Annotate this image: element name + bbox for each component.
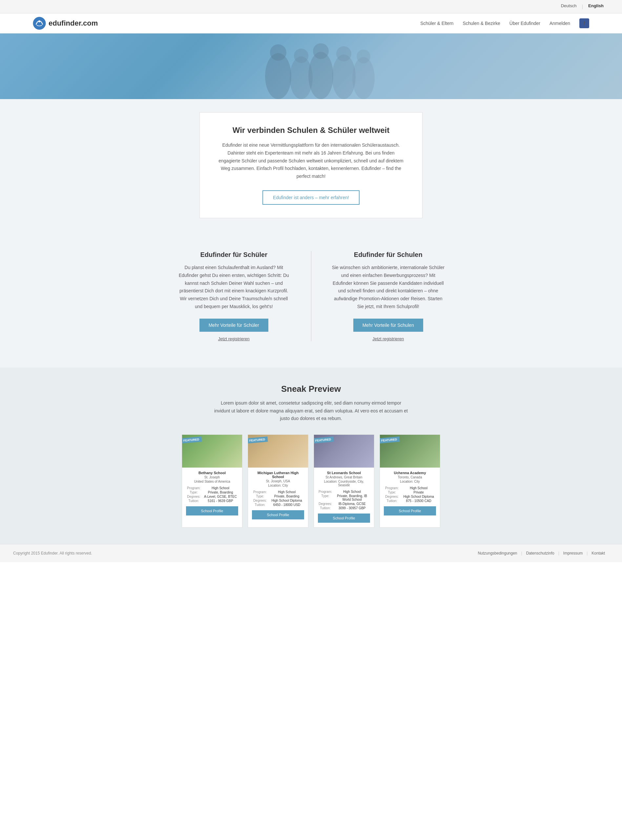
schools-register-link[interactable]: Jetzt registrieren — [331, 336, 446, 341]
type-value-3: Private, Boarding, IB World School — [334, 494, 370, 502]
nav-schueler[interactable]: Schüler & Eltern — [420, 21, 453, 26]
program-value-2: High School — [269, 490, 304, 494]
school-card-body-2: Michigan Lutheran High School St. Joseph… — [248, 468, 308, 524]
degrees-value-4: High School Diploma — [401, 494, 436, 499]
degrees-label-3: Degrees: — [318, 502, 334, 506]
degrees-value-1: A-Level, GCSE, BTEC — [203, 494, 238, 499]
svg-point-3 — [270, 44, 287, 61]
logo-icon — [33, 17, 46, 30]
logo-text: edufinder.com — [49, 19, 98, 27]
school-cards-container: FEATURED Bethany School St. Joseph Unite… — [33, 434, 589, 527]
school-card-body-3: St Leonards School St Andrews, Great Bri… — [314, 468, 374, 527]
program-label-3: Program: — [318, 489, 334, 494]
schools-body: Sie wünschen sich ambitionierte, interna… — [331, 264, 446, 311]
type-label-4: Type: — [384, 490, 401, 494]
sneak-description: Lorem ipsum dolor sit amet, consetetur s… — [213, 399, 409, 422]
school-card-1: FEATURED Bethany School St. Joseph Unite… — [182, 434, 242, 527]
school-city-2: St. Joseph, USA — [252, 479, 304, 483]
svg-point-5 — [294, 49, 308, 63]
degrees-value-2: High School Diploma — [269, 499, 304, 503]
degrees-label-2: Degrees: — [252, 499, 269, 503]
schools-heading: Edufinder für Schulen — [331, 251, 446, 259]
tuition-label-4: Tuition: — [384, 499, 401, 503]
students-advantages-button[interactable]: Mehr Vorteile für Schüler — [200, 319, 268, 332]
students-body: Du planst einen Schulaufenthalt im Ausla… — [177, 264, 291, 311]
header: edufinder.com Schüler & Eltern Schulen &… — [0, 14, 622, 34]
nav-schulen[interactable]: Schulen & Bezirke — [463, 21, 500, 26]
intro-heading: Wir verbinden Schulen & Schüler weltweit — [216, 126, 406, 135]
sneak-heading: Sneak Preview — [33, 384, 589, 394]
school-location-4: Location: City — [384, 480, 436, 483]
school-meta-2: Program: High School Type: Private, Boar… — [252, 490, 304, 507]
school-name-2: Michigan Lutheran High School — [252, 471, 304, 479]
school-profile-button-3[interactable]: School Profile — [318, 514, 370, 523]
svg-point-11 — [357, 50, 370, 63]
two-col-inner: Edufinder für Schüler Du planst einen Sc… — [170, 244, 452, 348]
school-image-4: FEATURED — [380, 435, 440, 468]
school-city-4: Toronto, Canada — [384, 476, 436, 479]
intro-cta-button[interactable]: Edufinder ist anders – mehr erfahren! — [262, 190, 360, 205]
featured-badge-4: FEATURED — [380, 436, 400, 444]
program-label-1: Program: — [186, 486, 203, 490]
school-card-2: FEATURED Michigan Lutheran High School S… — [248, 434, 308, 527]
school-image-2: FEATURED — [248, 435, 308, 468]
school-meta-4: Program: High School Type: Private Degre… — [384, 486, 436, 503]
footer-links: Nutzungsbedingungen | Datenschutzinfo | … — [474, 551, 609, 555]
school-profile-button-4[interactable]: School Profile — [384, 506, 436, 515]
tuition-value-2: 6450 - 18000 USD — [269, 503, 304, 507]
tuition-label-2: Tuition: — [252, 503, 269, 507]
top-bar: Deutsch | English — [0, 0, 622, 14]
nav-ueber[interactable]: Über Edufinder — [509, 21, 540, 26]
school-name-3: St Leonards School — [318, 471, 370, 475]
school-location-3: Location: Countryside, City, Seaside — [318, 480, 370, 487]
svg-point-10 — [352, 57, 375, 99]
logo[interactable]: edufinder.com — [33, 17, 98, 30]
footer: Copyright 2015 Edufinder. All rights res… — [0, 544, 622, 562]
main-nav: Schüler & Eltern Schulen & Bezirke Über … — [420, 18, 589, 28]
school-profile-button-1[interactable]: School Profile — [186, 506, 238, 515]
degrees-label-4: Degrees: — [384, 494, 401, 499]
hero-people-svg — [0, 34, 622, 99]
svg-point-0 — [33, 17, 46, 29]
school-meta-1: Program: High School Type: Private, Boar… — [186, 486, 238, 503]
hero-banner — [0, 34, 622, 99]
facebook-link[interactable]: f — [579, 18, 589, 28]
school-country-1: United States of America — [186, 480, 238, 483]
students-heading: Edufinder für Schüler — [177, 251, 291, 259]
two-col-section: Edufinder für Schüler Du planst einen Sc… — [0, 231, 622, 367]
tuition-value-1: 5161 - 9639 GBP — [203, 499, 238, 503]
featured-badge-2: FEATURED — [248, 436, 268, 444]
footer-nutzung[interactable]: Nutzungsbedingungen — [474, 551, 521, 555]
column-divider — [311, 251, 311, 341]
school-profile-button-2[interactable]: School Profile — [252, 510, 304, 520]
intro-body: Edufinder ist eine neue Vermittlungsplat… — [216, 142, 406, 180]
type-label-3: Type: — [318, 494, 334, 502]
footer-datenschutz[interactable]: Datenschutzinfo — [522, 551, 558, 555]
schools-column: Edufinder für Schulen Sie wünschen sich … — [325, 244, 453, 348]
lang-en[interactable]: English — [583, 2, 609, 11]
school-image-1: FEATURED — [182, 435, 242, 468]
footer-impressum[interactable]: Impressum — [559, 551, 587, 555]
degrees-label-1: Degrees: — [186, 494, 203, 499]
featured-badge-1: FEATURED — [182, 436, 202, 444]
sneak-preview-section: Sneak Preview Lorem ipsum dolor sit amet… — [0, 367, 622, 544]
program-value-3: High School — [334, 489, 370, 494]
lang-de[interactable]: Deutsch — [556, 2, 582, 11]
schools-advantages-button[interactable]: Mehr Vorteile für Schulen — [353, 319, 423, 332]
featured-badge-3: FEATURED — [314, 436, 334, 444]
students-register-link[interactable]: Jetzt registrieren — [177, 336, 291, 341]
footer-kontakt[interactable]: Kontakt — [588, 551, 609, 555]
copyright-text: Copyright 2015 Edufinder. All rights res… — [13, 551, 92, 555]
program-value-4: High School — [401, 486, 436, 490]
school-meta-3: Program: High School Type: Private, Boar… — [318, 489, 370, 510]
school-card-4: FEATURED Uchenna Academy Toronto, Canada… — [380, 434, 440, 527]
nav-anmelden[interactable]: Anmelden — [549, 21, 570, 26]
school-name-4: Uchenna Academy — [384, 471, 436, 475]
tuition-label-3: Tuition: — [318, 506, 334, 510]
program-label-2: Program: — [252, 490, 269, 494]
type-value-2: Private, Boarding — [269, 494, 304, 499]
intro-section: Wir verbinden Schulen & Schüler weltweit… — [0, 99, 622, 231]
program-label-4: Program: — [384, 486, 401, 490]
svg-point-1 — [38, 20, 40, 22]
school-card-3: FEATURED St Leonards School St Andrews, … — [314, 434, 374, 527]
